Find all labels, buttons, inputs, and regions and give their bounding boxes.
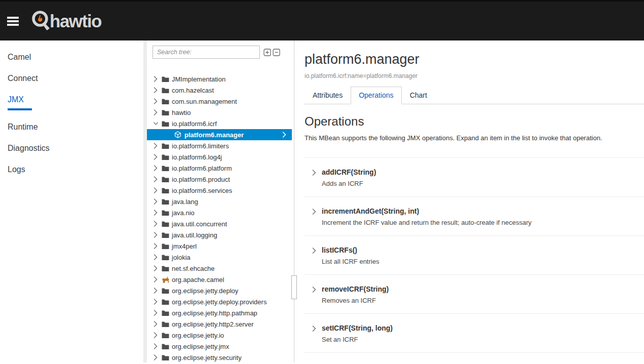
tree-item[interactable]: org.eclipse.jetty.deploy.providers [147, 296, 292, 307]
sidebar-item-label: Diagnostics [8, 144, 50, 153]
sidebar-item-camel[interactable]: Camel [0, 47, 143, 68]
tree-item[interactable]: java.nio [147, 207, 292, 218]
tree-item[interactable]: jolokia [147, 252, 292, 263]
tree-item[interactable]: JMImplementation [147, 73, 292, 85]
chevron-right-icon[interactable] [154, 310, 158, 316]
folder-icon [162, 232, 170, 238]
tree-item[interactable]: io.platform6.limiters [147, 140, 292, 151]
tree-item[interactable]: jmx4perl [147, 240, 292, 252]
chevron-right-icon[interactable] [154, 210, 158, 216]
sidebar-item-label: Runtime [8, 123, 38, 132]
tree-item[interactable]: hawtio [147, 107, 292, 118]
chevron-down-icon[interactable] [154, 122, 158, 126]
chevron-right-icon[interactable] [312, 326, 322, 343]
chevron-right-icon[interactable] [154, 332, 158, 338]
app-body: Camel Connect JMX Runtime Diagnostics Lo… [0, 41, 644, 362]
chevron-right-icon[interactable] [154, 299, 158, 305]
folder-icon [162, 343, 170, 350]
tree-item[interactable]: org.eclipse.jetty.io [147, 330, 292, 341]
chevron-right-icon[interactable] [154, 321, 158, 327]
tree-item[interactable]: java.util.concurrent [147, 218, 292, 229]
tree-item-label: com.sun.management [172, 98, 237, 105]
operation-item[interactable]: addICRF(String) Adds an ICRF [305, 157, 644, 196]
operation-item[interactable]: removeICRF(String) Removes an ICRF [305, 274, 644, 313]
sidebar-item-jmx[interactable]: JMX [0, 89, 143, 116]
menu-toggle-button[interactable] [7, 17, 19, 26]
folder-icon [162, 87, 170, 94]
operation-item[interactable]: setICRF(String, long) Set an ICRF [305, 313, 644, 352]
operation-description: Increment the ICRF value and return the … [322, 219, 532, 226]
chevron-right-icon[interactable] [154, 187, 158, 193]
tree-item[interactable]: net.sf.ehcache [147, 263, 292, 274]
chevron-right-icon[interactable] [154, 343, 158, 349]
folder-icon [162, 165, 170, 172]
tree-item[interactable]: platform6.manager [147, 129, 292, 140]
chevron-right-icon[interactable] [154, 198, 158, 205]
panel-splitter-handle[interactable] [291, 275, 297, 299]
chevron-right-icon[interactable] [154, 98, 158, 104]
operation-item[interactable]: listICRFs() List all ICRF entries [305, 235, 644, 274]
chevron-right-icon[interactable] [154, 254, 158, 260]
operation-name: removeICRF(String) [322, 285, 389, 294]
tree-item-label: com.hazelcast [172, 87, 214, 94]
chevron-right-icon[interactable] [154, 243, 158, 249]
tree-item[interactable]: java.lang [147, 196, 292, 207]
chevron-right-icon[interactable] [312, 287, 322, 304]
tree-item[interactable]: io.platform6.log4j [147, 151, 292, 163]
tree-item[interactable]: org.eclipse.jetty.jmx [147, 341, 292, 352]
sidebar-item-diagnostics[interactable]: Diagnostics [0, 138, 143, 159]
tree-item[interactable]: io.platform6.platform [147, 163, 292, 174]
folder-icon [162, 221, 170, 227]
chevron-right-icon[interactable] [312, 209, 322, 226]
chevron-right-icon[interactable] [154, 354, 158, 360]
tree-item[interactable]: org.eclipse.jetty.http2.server [147, 318, 292, 330]
chevron-right-icon[interactable] [154, 109, 158, 115]
tree-item[interactable]: java.util.logging [147, 229, 292, 240]
chevron-right-icon[interactable] [154, 221, 158, 227]
sidebar-item-connect[interactable]: Connect [0, 68, 143, 89]
tree-item[interactable]: org.apache.camel [147, 274, 292, 285]
folder-icon [162, 321, 170, 328]
tree-item-label: hawtio [172, 109, 191, 116]
tree-item[interactable]: org.eclipse.jetty.security [147, 352, 292, 363]
chevron-right-icon[interactable] [154, 143, 158, 149]
chevron-right-icon[interactable] [154, 76, 158, 82]
chevron-right-icon[interactable] [312, 248, 322, 265]
tree-item-label: io.platform6.services [172, 187, 232, 194]
hawtio-logo[interactable]: hawtio [30, 10, 101, 33]
tree-item[interactable]: org.eclipse.jetty.http.pathmap [147, 307, 292, 318]
chevron-right-icon[interactable] [154, 165, 158, 171]
tree-item[interactable]: io.platform6.services [147, 185, 292, 196]
plus-square-icon [263, 49, 271, 56]
folder-icon [162, 198, 170, 205]
mbean-tree: JMImplementation com.hazelcast com.sun.m… [147, 73, 294, 363]
chevron-right-icon[interactable] [154, 87, 158, 93]
folder-icon [162, 310, 170, 316]
tree-search-input[interactable] [153, 46, 260, 59]
chevron-right-icon[interactable] [154, 288, 158, 294]
tree-item[interactable]: org.eclipse.jetty.deploy [147, 285, 292, 296]
main-content: platform6.manager io.platform6.icrf:name… [294, 41, 644, 362]
tab-chart[interactable]: Chart [402, 87, 435, 104]
tab-operations[interactable]: Operations [351, 87, 401, 104]
tree-item-label: platform6.manager [184, 131, 244, 139]
chevron-right-icon[interactable] [154, 154, 158, 160]
tab-attributes[interactable]: Attributes [305, 87, 351, 104]
chevron-right-icon[interactable] [154, 176, 158, 182]
tree-item[interactable]: io.platform6.product [147, 174, 292, 185]
chevron-right-icon[interactable] [154, 276, 158, 282]
chevron-right-icon[interactable] [154, 232, 158, 238]
sidebar-item-logs[interactable]: Logs [0, 159, 143, 180]
camel-icon [162, 276, 170, 284]
tree-item-label: org.eclipse.jetty.io [172, 332, 224, 339]
expand-all-button[interactable] [263, 49, 271, 56]
chevron-right-icon[interactable] [312, 170, 322, 187]
tree-item[interactable]: com.hazelcast [147, 85, 292, 96]
collapse-all-button[interactable] [273, 49, 280, 56]
tree-item[interactable]: io.platform6.icrf [147, 118, 292, 129]
folder-icon [162, 254, 170, 261]
operation-item[interactable]: incrementAndGet(String, int) Increment t… [305, 196, 644, 235]
chevron-right-icon[interactable] [154, 265, 158, 271]
sidebar-item-runtime[interactable]: Runtime [0, 116, 143, 138]
tree-item[interactable]: com.sun.management [147, 96, 292, 107]
